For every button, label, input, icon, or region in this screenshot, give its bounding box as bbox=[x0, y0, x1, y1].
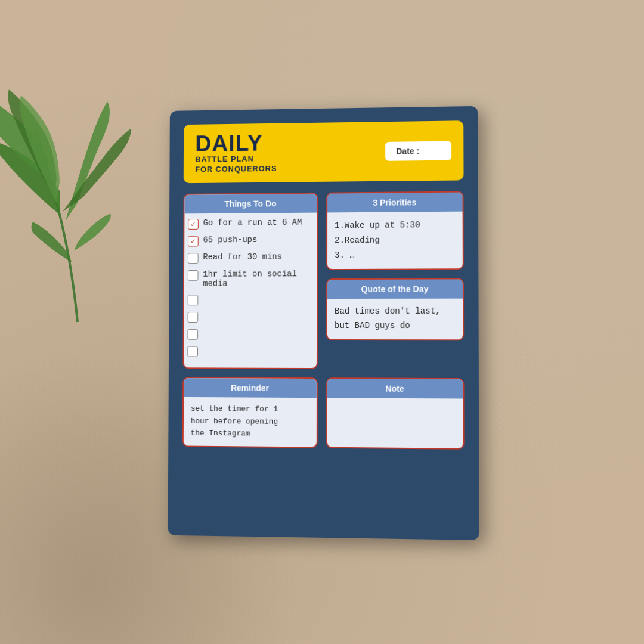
date-box[interactable]: Date : bbox=[385, 141, 451, 160]
todo-item-6[interactable] bbox=[188, 311, 313, 323]
reminder-body: set the timer for 1 hour before opening … bbox=[184, 397, 317, 447]
priority-2: 2.Reading bbox=[335, 233, 456, 248]
todo-section: Things To Do Go for a run at 6 AM 65 pus… bbox=[182, 193, 318, 369]
priorities-section: 3 Priorities 1.Wake up at 5:30 2.Reading… bbox=[326, 191, 464, 270]
daily-planner-card: DAILY BATTLE PLAN FOR CONQUERORS Date : … bbox=[168, 106, 479, 540]
todo-item-2[interactable]: 65 push-ups bbox=[188, 234, 313, 246]
priorities-header: 3 Priorities bbox=[327, 192, 462, 212]
checkbox-3[interactable] bbox=[188, 253, 199, 264]
todo-item-5[interactable] bbox=[188, 294, 313, 305]
reminder-section: Reminder set the timer for 1 hour before… bbox=[182, 377, 318, 448]
todo-header: Things To Do bbox=[184, 194, 317, 214]
reminder-header: Reminder bbox=[184, 378, 317, 398]
quote-section: Quote of the Day Bad times don't last, b… bbox=[326, 278, 464, 341]
todo-item-3-text: Read for 30 mins bbox=[203, 252, 282, 261]
header-title-block: DAILY BATTLE PLAN FOR CONQUERORS bbox=[195, 132, 277, 175]
todo-item-4[interactable]: 1hr limit on social media bbox=[188, 269, 313, 288]
todo-item-7[interactable] bbox=[187, 329, 313, 340]
todo-item-1[interactable]: Go for a run at 6 AM bbox=[188, 217, 313, 229]
todo-item-2-text: 65 push-ups bbox=[203, 235, 258, 244]
todo-list: Go for a run at 6 AM 65 push-ups Read fo… bbox=[184, 212, 317, 367]
todo-item-4-text: 1hr limit on social media bbox=[203, 269, 313, 288]
priorities-body: 1.Wake up at 5:30 2.Reading 3. … bbox=[327, 211, 463, 269]
priority-1: 1.Wake up at 5:30 bbox=[335, 218, 455, 234]
checkbox-1[interactable] bbox=[188, 219, 199, 230]
plant-decoration bbox=[0, 36, 167, 334]
checkbox-7[interactable] bbox=[187, 329, 198, 340]
checkbox-4[interactable] bbox=[188, 270, 199, 281]
checkbox-6[interactable] bbox=[188, 312, 199, 323]
checkbox-2[interactable] bbox=[188, 236, 199, 246]
note-body[interactable] bbox=[327, 398, 463, 447]
header-subtitle-line2: FOR CONQUERORS bbox=[195, 164, 277, 175]
right-column: 3 Priorities 1.Wake up at 5:30 2.Reading… bbox=[326, 191, 464, 369]
quote-body: Bad times don't last, but BAD guys do bbox=[327, 299, 463, 339]
note-section: Note bbox=[326, 377, 465, 450]
todo-item-1-text: Go for a run at 6 AM bbox=[203, 218, 302, 228]
bottom-grid: Reminder set the timer for 1 hour before… bbox=[182, 377, 465, 450]
todo-item-3[interactable]: Read for 30 mins bbox=[188, 252, 313, 264]
header-band: DAILY BATTLE PLAN FOR CONQUERORS Date : bbox=[184, 120, 464, 183]
todo-item-8[interactable] bbox=[187, 345, 313, 357]
quote-header: Quote of the Day bbox=[327, 280, 463, 299]
note-header: Note bbox=[327, 379, 463, 398]
quote-text: Bad times don't last, but BAD guys do bbox=[335, 306, 441, 330]
header-subtitle-line1: BATTLE PLAN bbox=[195, 154, 277, 165]
reminder-text: set the timer for 1 hour before opening … bbox=[191, 404, 278, 438]
checkbox-8[interactable] bbox=[187, 346, 198, 357]
checkbox-5[interactable] bbox=[188, 295, 199, 305]
priority-3: 3. … bbox=[335, 247, 456, 263]
header-daily-label: DAILY bbox=[195, 132, 277, 155]
